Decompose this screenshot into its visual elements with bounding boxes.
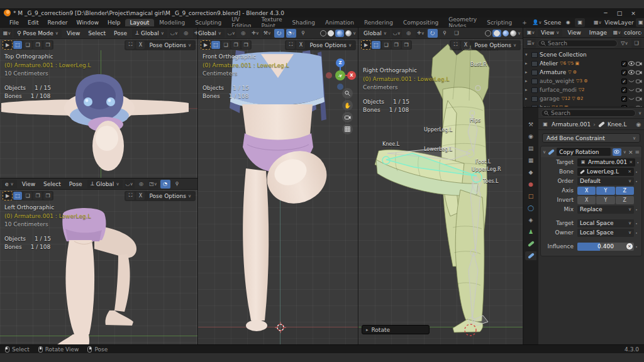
workspace-tab-animation[interactable]: Animation [320, 19, 359, 26]
eye-closed-icon[interactable] [628, 96, 635, 101]
scene-tab-icon[interactable]: ◆ [525, 168, 536, 177]
image-name[interactable]: colorcode.pn [624, 30, 641, 36]
select-new-icon[interactable]: ❏ [23, 41, 32, 49]
select-box-icon[interactable]: ⬚ [13, 192, 22, 200]
breadcrumb-bone[interactable]: Knee.L [608, 121, 627, 128]
snap-magnet-icon[interactable]: ◡∨ [226, 29, 236, 38]
constraint-enable-eye-icon[interactable] [613, 148, 621, 156]
physics-tab-icon[interactable]: ◯ [525, 204, 536, 212]
object-data-tab-icon[interactable]: ♟ [525, 228, 536, 236]
add-bone-constraint-button[interactable]: Add Bone Constraint∨ [542, 133, 640, 143]
viewport-front-ortho[interactable]: Global∨ ◡∨ ◎ ✛∨ ⚒∨ ⭮ ◔∨ ⚲ ∨ ▶ ⬚ ❏ ❐ ❒ ⛶ … [198, 28, 358, 344]
menu-pose[interactable]: Pose [66, 181, 86, 187]
transform-orientation[interactable]: ⟂Global∨ [132, 29, 167, 38]
checkbox-icon[interactable]: ✓ [621, 96, 627, 102]
camera-visibility-icon[interactable] [636, 87, 642, 92]
editor-type-icon[interactable]: ▦∨ [2, 29, 12, 38]
outliner-row-scene-collection[interactable]: ▾ Scene Collection [523, 50, 644, 59]
tweak-tool-icon[interactable]: ▶ [362, 41, 370, 49]
outliner-row-armature[interactable]: ▸ Armature ▽ ⚙ ✓ [523, 68, 644, 77]
pose-options-dropdown[interactable]: Pose Options∨ [146, 41, 194, 50]
pose-options-dropdown[interactable]: Pose Options∨ [146, 192, 194, 200]
select-box-icon[interactable]: ⬚ [211, 41, 220, 49]
collapse-arrow-icon[interactable]: ∨ [543, 150, 546, 155]
shading-solid-icon[interactable] [328, 30, 334, 36]
checkbox-icon[interactable]: ✓ [621, 70, 627, 75]
tweak-tool-icon[interactable]: ▶ [3, 192, 12, 200]
gizmos-icon[interactable]: ◳∨ [148, 180, 158, 189]
new-view-layer-icon[interactable]: ▣ [636, 18, 644, 27]
mirror-x-button[interactable]: X [136, 41, 145, 49]
bone-constraint-tab-icon[interactable] [525, 251, 536, 260]
snap-on-icon[interactable]: ⭮ [428, 29, 438, 38]
clear-target-icon[interactable]: × [629, 160, 633, 165]
camera-visibility-icon[interactable] [636, 70, 642, 75]
axis-x-toggle[interactable]: X [577, 187, 596, 195]
select-subtract-icon[interactable]: ❒ [242, 41, 250, 49]
workspace-tab-sculpting[interactable]: Sculpting [190, 19, 226, 26]
overlays-icon[interactable]: ◔ [160, 180, 170, 189]
target-object-field[interactable]: ▣ Armature.001 × [577, 158, 635, 167]
clear-influence-icon[interactable]: × [626, 243, 633, 250]
image-datablock-icon[interactable]: ▦∨ [612, 28, 622, 37]
image-menu-image[interactable]: Image [586, 30, 610, 36]
outliner-row-atelier[interactable]: ▸ Atelier ▽6 ▽5 ▣ ✓ [523, 59, 644, 68]
constraint-extras-icon[interactable]: ∨ [623, 150, 626, 155]
add-workspace-button[interactable]: + [517, 19, 532, 26]
maximize-button[interactable]: □ [613, 10, 626, 16]
target-space-dropdown[interactable]: Local Space∨ [577, 219, 634, 228]
pin-scene-icon[interactable]: ◉ [563, 18, 573, 27]
gizmo-x-ball[interactable]: X [347, 71, 356, 80]
gizmo-z-ball[interactable]: Z [336, 58, 345, 67]
invert-z-toggle[interactable]: Z [616, 196, 634, 204]
drag-handle-icon[interactable]: ≡ [635, 149, 640, 155]
gizmos-icon[interactable]: ⚒∨ [262, 29, 272, 38]
transform-pivot-icon[interactable]: ✛∨ [250, 29, 260, 38]
workspace-tab-shading[interactable]: Shading [287, 19, 320, 26]
object-tab-icon[interactable]: □ [525, 192, 536, 200]
workspace-tab-modeling[interactable]: Modeling [154, 19, 190, 26]
snap-magnet-icon[interactable]: ◡∨ [169, 29, 179, 38]
menu-help[interactable]: Help [103, 19, 125, 26]
operator-panel-rotate[interactable]: ▸ Rotate [362, 325, 430, 334]
workspace-tab-rendering[interactable]: Rendering [359, 19, 398, 26]
menu-file[interactable]: File [5, 19, 23, 26]
proportional-edit-icon[interactable]: ◎ [238, 29, 248, 38]
axis-z-toggle[interactable]: Z [616, 187, 634, 195]
new-collection-icon[interactable]: ❑ [631, 39, 641, 48]
workspace-tab-layout[interactable]: Layout [125, 19, 155, 26]
transform-pivot-icon[interactable]: ✛∨ [416, 29, 426, 38]
eye-closed-icon[interactable] [628, 87, 635, 92]
checkbox-icon[interactable]: ✓ [621, 79, 627, 84]
select-new-icon[interactable]: ❏ [382, 41, 391, 49]
camera-visibility-icon[interactable] [636, 96, 642, 101]
pin-id-icon[interactable]: ◉ [636, 121, 641, 128]
viewport-right-ortho[interactable]: Global∨ ◡∨ ◎ ✛∨ ⭮ ⚲ ❑ ∨ ▶ ⬚ ❏ ❐ ❒ ⛶ X Po… [358, 28, 523, 344]
eye-open-icon[interactable] [628, 70, 635, 75]
viewlayer-tab-icon[interactable]: ▦ [525, 156, 536, 165]
transforms-icon[interactable]: ⛶ [286, 41, 295, 49]
camera-visibility-icon[interactable] [636, 61, 642, 66]
workspace-tab-scripting[interactable]: Scripting [482, 19, 517, 26]
image-editor-mode[interactable]: View∨ [538, 29, 562, 36]
properties-search[interactable]: Search [541, 109, 636, 117]
outliner-row-furface-modi[interactable]: ▸ furface_modi ▽2 ✓ [523, 85, 644, 94]
select-subtract-icon[interactable]: ❒ [43, 41, 52, 49]
outliner-search[interactable]: Search [538, 40, 618, 47]
breadcrumb-object[interactable]: Armature.001 [552, 121, 591, 128]
proportional-edit-icon[interactable]: ◎ [136, 180, 147, 189]
outliner-display-mode-icon[interactable]: ☰∨ [526, 39, 536, 48]
minimize-button[interactable]: ─ [599, 10, 613, 16]
view-layer-name[interactable]: ViewLayer [604, 19, 633, 26]
transform-orientation[interactable]: Global∨ [198, 29, 225, 38]
mode-selector[interactable]: ⚲Pose Mode∨ [14, 29, 62, 38]
owner-space-dropdown[interactable]: Local Space∨ [577, 229, 634, 237]
mode-selector-truncated[interactable]: e∨ [2, 180, 17, 189]
render-tab-icon[interactable]: ◉ [525, 132, 536, 141]
invert-y-toggle[interactable]: Y [596, 196, 614, 204]
mirror-x-button[interactable]: X [296, 41, 305, 49]
proportional-edit-icon[interactable]: ◎ [404, 29, 414, 38]
menu-select[interactable]: Select [85, 30, 109, 36]
xray-icon[interactable]: ⚲ [172, 180, 182, 189]
view-layer-icon[interactable]: ▦∨ [592, 18, 602, 27]
